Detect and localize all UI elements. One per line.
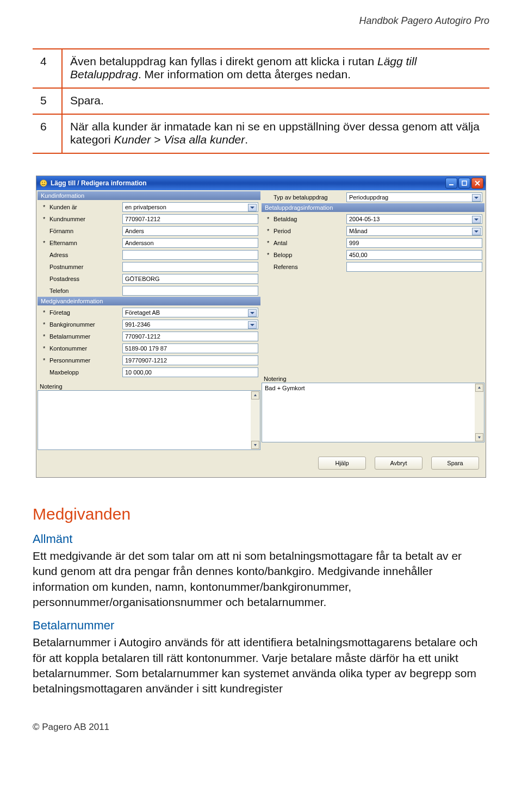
input-field[interactable] [346,262,482,272]
scrollbar[interactable] [251,391,260,449]
field-label: *Period [267,228,343,234]
medgivande-row: *Betalarnummer770907-1212 [38,330,260,342]
save-button[interactable]: Spara [431,457,479,470]
paragraph-allmant: Ett medgivande är det som talar om att n… [33,548,489,610]
chevron-down-icon [474,230,478,233]
maximize-button[interactable] [458,178,470,189]
svg-rect-4 [462,181,467,185]
right-column: Typ av betaluppdrag Perioduppdrag Betalu… [262,191,484,450]
scroll-up-icon[interactable] [475,384,483,392]
field-label: *Efternamn [43,240,119,246]
chevron-down-icon [250,312,254,314]
medgivande-row: *Bankgironummer991-2346 [38,318,260,330]
betaluppdrag-row: *Betaldag2004-05-13 [262,213,484,225]
kundinfo-row: FörnamnAnders [38,225,260,237]
section-head-betaluppdrag: Betaluppdragsinformation [262,203,484,212]
step-num: 6 [33,114,62,153]
section-head-kundinfo: Kundinformation [38,191,260,200]
notering-textarea-right[interactable]: Bad + Gymkort [262,383,484,442]
steps-table: 4 Även betaluppdrag kan fyllas i direkt … [33,48,489,154]
step-num: 4 [33,49,62,88]
field-label: Adress [43,252,119,258]
dialog-title-text: Lägg till / Redigera information [51,179,147,187]
dialog-title: Lägg till / Redigera information [40,179,445,187]
left-column: Kundinformation *Kunden ären privatperso… [38,191,260,450]
dialog-window: Lägg till / Redigera information Kundinf… [36,176,486,478]
medgivande-row: *Personnummer19770907-1212 [38,354,260,366]
scrollbar[interactable] [475,383,484,442]
combo-typ-betaluppdrag[interactable]: Perioduppdrag [346,192,482,202]
kundinfo-row: Adress [38,249,260,261]
input-field[interactable] [122,286,258,296]
input-field[interactable] [122,250,258,260]
svg-point-2 [44,182,45,183]
field-label: *Kunden är [43,204,119,210]
combo-field[interactable]: 2004-05-13 [346,214,482,224]
combo-field[interactable]: 991-2346 [122,320,258,329]
field-label: *Betalarnummer [43,333,119,340]
scroll-down-icon[interactable] [251,441,259,449]
input-field[interactable]: 10 000,00 [122,367,258,377]
scroll-down-icon[interactable] [475,433,483,441]
svg-point-1 [42,182,43,183]
medgivande-row: *Kontonummer5189-00 179 87 [38,342,260,354]
field-label: *Företag [43,309,119,316]
field-label: *Kontonummer [43,345,119,352]
field-label: *Kundnummer [43,216,119,222]
medgivande-row: Maxbelopp10 000,00 [38,366,260,378]
input-field[interactable]: 999 [346,238,482,248]
input-field[interactable]: 450,00 [346,250,482,260]
kundinfo-row: Postnummer [38,261,260,273]
step-row: 6 När alla kunder är inmatade kan ni se … [33,114,489,153]
scroll-up-icon[interactable] [251,391,259,399]
combo-field[interactable]: Månad [346,226,482,236]
input-field[interactable] [122,262,258,272]
help-button[interactable]: Hjälp [318,457,366,470]
dialog-titlebar[interactable]: Lägg till / Redigera information [36,176,486,190]
svg-rect-3 [449,184,453,185]
step-num: 5 [33,88,62,114]
kundinfo-row: *Kunden ären privatperson [38,201,260,213]
input-field[interactable]: GÖTEBORG [122,274,258,284]
input-field[interactable]: 5189-00 179 87 [122,343,258,353]
close-button[interactable] [471,178,483,189]
betaluppdrag-row: *Antal999 [262,237,484,249]
step-text: Spara. [62,88,489,114]
page-header: Handbok Pagero Autogiro Pro [33,0,489,48]
field-label: Förnamn [43,228,119,234]
combo-field[interactable]: en privatperson [122,202,258,212]
input-field[interactable]: Anders [122,226,258,236]
field-label: Referens [267,264,343,270]
input-field[interactable]: 19770907-1212 [122,355,258,365]
combo-field[interactable]: Företaget AB [122,308,258,317]
field-label: Typ av betaluppdrag [267,194,343,201]
input-field[interactable]: Andersson [122,238,258,248]
chevron-down-icon [250,324,254,326]
page-footer: © Pagero AB 2011 [33,722,489,733]
field-label: Telefon [43,288,119,294]
minimize-button[interactable] [445,178,457,189]
chevron-down-icon [250,207,254,209]
kundinfo-row: *EfternamnAndersson [38,237,260,249]
field-label: Postadress [43,276,119,282]
field-label: *Personnummer [43,357,119,364]
input-field[interactable]: 770907-1212 [122,214,258,224]
section-head-medgivande: Medgivandeinformation [38,297,260,305]
betaluppdrag-row: *Belopp450,00 [262,249,484,261]
step-row: 5 Spara. [33,88,489,114]
svg-point-0 [40,180,47,186]
chevron-down-icon [474,218,478,221]
kundinfo-row: PostadressGÖTEBORG [38,273,260,285]
field-label: *Antal [267,240,343,246]
field-label: Postnummer [43,264,119,270]
betaluppdrag-row: *PeriodMånad [262,225,484,237]
field-label: *Bankgironummer [43,321,119,328]
notering-textarea-left[interactable] [38,390,260,450]
medgivande-row: *FöretagFöretaget AB [38,307,260,318]
betaluppdrag-row: Referens [262,261,484,273]
step-text: Även betaluppdrag kan fyllas i direkt ge… [62,49,489,88]
cancel-button[interactable]: Avbryt [375,457,422,470]
input-field[interactable]: 770907-1212 [122,332,258,341]
field-label: *Belopp [267,252,343,258]
step-text: När alla kunder är inmatade kan ni se en… [62,114,489,153]
